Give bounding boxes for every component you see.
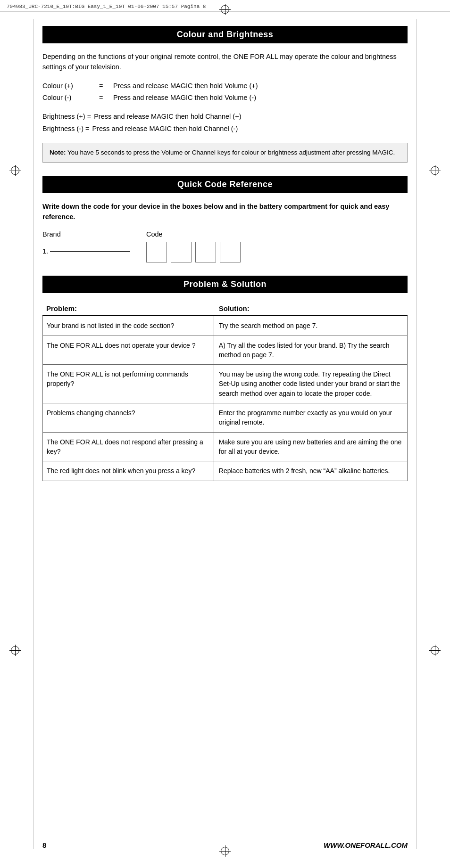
quick-code-section: Quick Code Reference Write down the code…	[42, 176, 408, 263]
problem-solution-section: Problem & Solution Problem: Solution: Yo…	[42, 276, 408, 481]
brand-label: Brand	[42, 230, 146, 238]
ps-header-solution: Solution:	[214, 302, 408, 315]
code-column: Code	[146, 230, 408, 262]
note-text: You have 5 seconds to press the Volume o…	[66, 149, 395, 156]
colour-brightness-intro: Depending on the functions of your origi…	[42, 52, 408, 73]
table-row: Problems changing channels? Enter the pr…	[42, 403, 408, 432]
ps-solution-cell-1: A) Try all the codes listed for your bra…	[214, 336, 407, 365]
quick-code-header: Quick Code Reference	[42, 176, 408, 193]
ps-solution-cell-4: Make sure you are using new batteries an…	[214, 433, 407, 461]
colour-plus-desc: Press and release MAGIC then hold Volume…	[113, 81, 408, 91]
brightness-plus-row: Brightness (+) = Press and release MAGIC…	[42, 112, 408, 122]
code-boxes	[146, 242, 408, 262]
code-table-area: Brand 1. Code	[42, 230, 408, 262]
ps-rows-container: Your brand is not listed in the code sec…	[42, 316, 408, 481]
left-reg-mark-bottom	[9, 645, 21, 656]
colour-brightness-section: Colour and Brightness Depending on the f…	[42, 26, 408, 163]
brand-line: 1.	[42, 247, 146, 255]
colour-plus-label: Colour (+)	[42, 81, 99, 91]
brand-underline	[50, 251, 130, 252]
colour-brightness-header: Colour and Brightness	[42, 26, 408, 43]
right-reg-mark-top	[429, 165, 441, 176]
colour-minus-eq: =	[99, 93, 113, 103]
ps-problem-cell-0: Your brand is not listed in the code sec…	[43, 316, 214, 335]
right-reg-mark-bottom	[429, 645, 441, 656]
ps-problem-cell-2: The ONE FOR ALL is not performing comman…	[43, 365, 214, 403]
code-box-1	[146, 242, 167, 262]
colour-plus-eq: =	[99, 81, 113, 91]
colour-minus-desc: Press and release MAGIC then hold Volume…	[113, 93, 408, 103]
brand-number: 1.	[42, 247, 48, 255]
problem-solution-header: Problem & Solution	[42, 276, 408, 293]
table-row: The ONE FOR ALL is not performing comman…	[42, 364, 408, 403]
print-info: 704983_URC-7210_E_10T:BIG Easy_1_E_10T 0…	[7, 4, 206, 9]
code-box-4	[220, 242, 241, 262]
write-down-text: Write down the code for your device in t…	[42, 202, 408, 222]
ps-header-problem: Problem:	[42, 302, 214, 315]
ps-solution-cell-2: You may be using the wrong code. Try rep…	[214, 365, 407, 403]
table-row: The ONE FOR ALL does not respond after p…	[42, 432, 408, 461]
colour-plus-row: Colour (+) = Press and release MAGIC the…	[42, 81, 408, 91]
ps-solution-cell-3: Enter the programme number exactly as yo…	[214, 403, 407, 432]
table-row: Your brand is not listed in the code sec…	[42, 316, 408, 335]
ps-problem-cell-1: The ONE FOR ALL does not operate your de…	[43, 336, 214, 365]
table-row: The red light does not blink when you pr…	[42, 461, 408, 481]
code-label: Code	[146, 230, 408, 238]
ps-headers-row: Problem: Solution:	[42, 302, 408, 316]
bottom-reg-mark	[219, 845, 231, 857]
brightness-plus-label: Brightness (+) =	[42, 112, 91, 122]
footer-website: WWW.ONEFORALL.COM	[324, 841, 408, 849]
top-reg-mark	[219, 4, 231, 15]
brightness-minus-desc: Press and release MAGIC then hold Channe…	[92, 124, 238, 134]
ps-problem-cell-4: The ONE FOR ALL does not respond after p…	[43, 433, 214, 461]
brightness-plus-desc: Press and release MAGIC then hold Channe…	[94, 112, 241, 122]
main-content: Colour and Brightness Depending on the f…	[0, 12, 450, 523]
ps-solution-cell-0: Try the search method on page 7.	[214, 316, 407, 335]
brand-column: Brand 1.	[42, 230, 146, 255]
page-wrapper: 704983_URC-7210_E_10T:BIG Easy_1_E_10T 0…	[0, 0, 450, 868]
code-box-2	[171, 242, 192, 262]
ps-solution-cell-5: Replace batteries with 2 fresh, new “AA”…	[214, 461, 407, 480]
note-bold: Note:	[50, 149, 66, 156]
code-box-3	[195, 242, 216, 262]
colour-minus-row: Colour (-) = Press and release MAGIC the…	[42, 93, 408, 103]
left-reg-mark-top	[9, 165, 21, 176]
note-box: Note: You have 5 seconds to press the Vo…	[42, 143, 408, 163]
footer-page-number: 8	[42, 841, 46, 849]
ps-problem-cell-3: Problems changing channels?	[43, 403, 214, 432]
brightness-minus-label: Brightness (-) =	[42, 124, 90, 134]
brightness-minus-row: Brightness (-) = Press and release MAGIC…	[42, 124, 408, 134]
table-row: The ONE FOR ALL does not operate your de…	[42, 336, 408, 365]
ps-problem-cell-5: The red light does not blink when you pr…	[43, 461, 214, 480]
brightness-table: Brightness (+) = Press and release MAGIC…	[42, 112, 408, 134]
colour-minus-label: Colour (-)	[42, 93, 99, 103]
colour-table: Colour (+) = Press and release MAGIC the…	[42, 81, 408, 104]
